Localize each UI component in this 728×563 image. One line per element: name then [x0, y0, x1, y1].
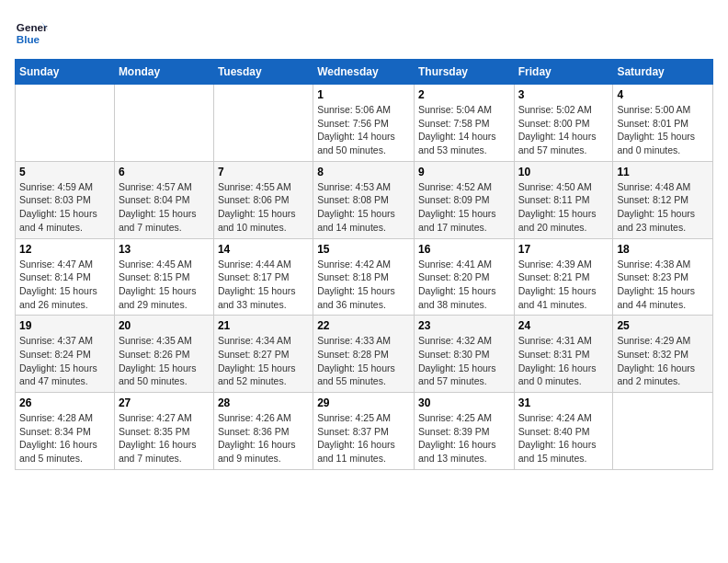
day-info: Sunrise: 4:59 AMSunset: 8:03 PMDaylight:… — [19, 180, 110, 235]
day-cell: 29Sunrise: 4:25 AMSunset: 8:37 PMDayligh… — [313, 393, 415, 470]
day-info: Sunrise: 4:31 AMSunset: 8:31 PMDaylight:… — [518, 334, 609, 388]
day-info: Sunrise: 4:44 AMSunset: 8:17 PMDaylight:… — [218, 258, 309, 312]
day-number: 3 — [518, 88, 609, 101]
day-cell: 26Sunrise: 4:28 AMSunset: 8:34 PMDayligh… — [16, 393, 115, 470]
weekday-header-sunday: Sunday — [16, 60, 115, 85]
day-cell: 30Sunrise: 4:25 AMSunset: 8:39 PMDayligh… — [414, 393, 514, 470]
day-number: 27 — [119, 396, 210, 409]
day-info: Sunrise: 5:04 AMSunset: 7:58 PMDaylight:… — [418, 103, 510, 157]
day-number: 13 — [119, 243, 210, 256]
day-info: Sunrise: 4:25 AMSunset: 8:37 PMDaylight:… — [317, 411, 410, 465]
day-cell: 22Sunrise: 4:33 AMSunset: 8:28 PMDayligh… — [313, 316, 415, 393]
day-info: Sunrise: 4:35 AMSunset: 8:26 PMDaylight:… — [119, 334, 210, 388]
day-number: 26 — [19, 396, 110, 409]
day-info: Sunrise: 4:53 AMSunset: 8:08 PMDaylight:… — [317, 180, 410, 235]
day-cell: 7Sunrise: 4:55 AMSunset: 8:06 PMDaylight… — [213, 161, 313, 238]
calendar-header: SundayMondayTuesdayWednesdayThursdayFrid… — [16, 60, 713, 85]
day-cell — [213, 85, 313, 162]
day-number: 17 — [518, 243, 609, 256]
day-info: Sunrise: 4:29 AMSunset: 8:32 PMDaylight:… — [617, 334, 709, 388]
day-info: Sunrise: 4:37 AMSunset: 8:24 PMDaylight:… — [19, 334, 110, 388]
day-info: Sunrise: 4:50 AMSunset: 8:11 PMDaylight:… — [518, 180, 609, 235]
day-cell: 31Sunrise: 4:24 AMSunset: 8:40 PMDayligh… — [514, 393, 613, 470]
day-number: 24 — [518, 319, 609, 332]
day-cell — [613, 393, 713, 470]
calendar-body: 1Sunrise: 5:06 AMSunset: 7:56 PMDaylight… — [16, 85, 713, 470]
day-number: 31 — [518, 396, 609, 409]
day-info: Sunrise: 4:57 AMSunset: 8:04 PMDaylight:… — [119, 180, 210, 235]
day-info: Sunrise: 4:26 AMSunset: 8:36 PMDaylight:… — [218, 411, 309, 465]
day-info: Sunrise: 4:45 AMSunset: 8:15 PMDaylight:… — [119, 258, 210, 312]
day-info: Sunrise: 4:34 AMSunset: 8:27 PMDaylight:… — [218, 334, 309, 388]
weekday-header-friday: Friday — [514, 60, 613, 85]
day-cell: 4Sunrise: 5:00 AMSunset: 8:01 PMDaylight… — [613, 85, 713, 162]
day-cell: 24Sunrise: 4:31 AMSunset: 8:31 PMDayligh… — [514, 316, 613, 393]
page-header: General Blue — [15, 15, 713, 48]
day-cell — [16, 85, 115, 162]
day-number: 30 — [418, 396, 510, 409]
day-cell: 12Sunrise: 4:47 AMSunset: 8:14 PMDayligh… — [16, 238, 115, 316]
weekday-row: SundayMondayTuesdayWednesdayThursdayFrid… — [16, 60, 713, 85]
week-row-5: 26Sunrise: 4:28 AMSunset: 8:34 PMDayligh… — [16, 393, 713, 470]
day-info: Sunrise: 4:33 AMSunset: 8:28 PMDaylight:… — [317, 334, 410, 388]
day-cell: 16Sunrise: 4:41 AMSunset: 8:20 PMDayligh… — [414, 238, 514, 316]
day-number: 6 — [119, 166, 210, 178]
day-number: 10 — [518, 166, 609, 178]
day-number: 20 — [119, 319, 210, 332]
day-number: 18 — [617, 243, 709, 256]
day-cell: 9Sunrise: 4:52 AMSunset: 8:09 PMDaylight… — [414, 161, 514, 238]
week-row-3: 12Sunrise: 4:47 AMSunset: 8:14 PMDayligh… — [16, 238, 713, 316]
day-cell: 19Sunrise: 4:37 AMSunset: 8:24 PMDayligh… — [16, 316, 115, 393]
day-info: Sunrise: 5:02 AMSunset: 8:00 PMDaylight:… — [518, 103, 609, 157]
day-number: 19 — [19, 319, 110, 332]
day-cell: 18Sunrise: 4:38 AMSunset: 8:23 PMDayligh… — [613, 238, 713, 316]
day-info: Sunrise: 4:25 AMSunset: 8:39 PMDaylight:… — [418, 411, 510, 465]
day-number: 16 — [418, 243, 510, 256]
day-number: 7 — [218, 166, 309, 178]
day-number: 11 — [617, 166, 709, 178]
day-info: Sunrise: 4:24 AMSunset: 8:40 PMDaylight:… — [518, 411, 609, 465]
weekday-header-wednesday: Wednesday — [313, 60, 415, 85]
day-info: Sunrise: 4:42 AMSunset: 8:18 PMDaylight:… — [317, 258, 410, 312]
day-number: 2 — [418, 88, 510, 101]
day-cell: 27Sunrise: 4:27 AMSunset: 8:35 PMDayligh… — [114, 393, 213, 470]
day-info: Sunrise: 4:41 AMSunset: 8:20 PMDaylight:… — [418, 258, 510, 312]
week-row-1: 1Sunrise: 5:06 AMSunset: 7:56 PMDaylight… — [16, 85, 713, 162]
week-row-4: 19Sunrise: 4:37 AMSunset: 8:24 PMDayligh… — [16, 316, 713, 393]
calendar: SundayMondayTuesdayWednesdayThursdayFrid… — [15, 59, 713, 470]
day-number: 1 — [317, 88, 410, 101]
day-cell: 21Sunrise: 4:34 AMSunset: 8:27 PMDayligh… — [213, 316, 313, 393]
day-cell: 3Sunrise: 5:02 AMSunset: 8:00 PMDaylight… — [514, 85, 613, 162]
day-cell — [114, 85, 213, 162]
day-info: Sunrise: 4:52 AMSunset: 8:09 PMDaylight:… — [418, 180, 510, 235]
day-number: 9 — [418, 166, 510, 178]
day-number: 21 — [218, 319, 309, 332]
day-info: Sunrise: 4:47 AMSunset: 8:14 PMDaylight:… — [19, 258, 110, 312]
day-number: 22 — [317, 319, 410, 332]
day-number: 25 — [617, 319, 709, 332]
day-info: Sunrise: 4:48 AMSunset: 8:12 PMDaylight:… — [617, 180, 709, 235]
day-cell: 8Sunrise: 4:53 AMSunset: 8:08 PMDaylight… — [313, 161, 415, 238]
day-info: Sunrise: 4:27 AMSunset: 8:35 PMDaylight:… — [119, 411, 210, 465]
day-cell: 23Sunrise: 4:32 AMSunset: 8:30 PMDayligh… — [414, 316, 514, 393]
day-number: 4 — [617, 88, 709, 101]
day-info: Sunrise: 4:39 AMSunset: 8:21 PMDaylight:… — [518, 258, 609, 312]
day-number: 12 — [19, 243, 110, 256]
day-cell: 5Sunrise: 4:59 AMSunset: 8:03 PMDaylight… — [16, 161, 115, 238]
day-number: 29 — [317, 396, 410, 409]
day-number: 28 — [218, 396, 309, 409]
day-cell: 6Sunrise: 4:57 AMSunset: 8:04 PMDaylight… — [114, 161, 213, 238]
weekday-header-thursday: Thursday — [414, 60, 514, 85]
weekday-header-monday: Monday — [114, 60, 213, 85]
day-number: 14 — [218, 243, 309, 256]
day-info: Sunrise: 5:06 AMSunset: 7:56 PMDaylight:… — [317, 103, 410, 157]
day-cell: 20Sunrise: 4:35 AMSunset: 8:26 PMDayligh… — [114, 316, 213, 393]
day-number: 23 — [418, 319, 510, 332]
logo-icon: General Blue — [15, 15, 48, 48]
day-cell: 13Sunrise: 4:45 AMSunset: 8:15 PMDayligh… — [114, 238, 213, 316]
day-cell: 28Sunrise: 4:26 AMSunset: 8:36 PMDayligh… — [213, 393, 313, 470]
weekday-header-tuesday: Tuesday — [213, 60, 313, 85]
svg-text:Blue: Blue — [17, 33, 40, 45]
day-cell: 15Sunrise: 4:42 AMSunset: 8:18 PMDayligh… — [313, 238, 415, 316]
day-number: 15 — [317, 243, 410, 256]
